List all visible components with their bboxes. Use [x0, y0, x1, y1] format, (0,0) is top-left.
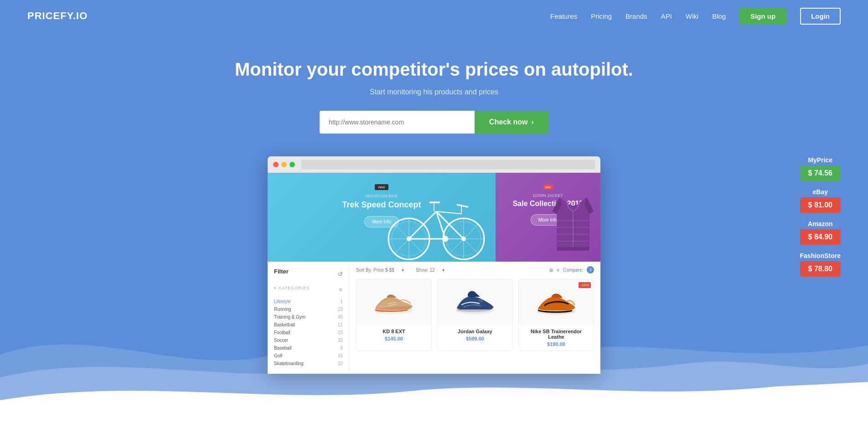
browser-dot-yellow — [281, 162, 287, 167]
fashionstore-label: FashionStore — [800, 252, 841, 259]
shoe-beige-svg — [373, 288, 414, 317]
price-amazon: Amazon $ 84.90 — [800, 220, 841, 245]
nav-pricing[interactable]: Pricing — [591, 12, 612, 20]
myprice-label: MyPrice — [800, 156, 841, 164]
product-info-jordan: Jordan Galaxy $599.00 — [438, 325, 512, 345]
filter-cat-training[interactable]: Training & Gym45 — [274, 313, 343, 321]
banner-bike: new Mountain Bike Trek Speed Concept Mor… — [268, 173, 496, 262]
filter-cat-soccer[interactable]: Soccer32 — [274, 336, 343, 344]
sort-label: Sort By: Price $-$$ — [356, 268, 394, 273]
product-image-kd8 — [356, 279, 431, 325]
nav-wiki[interactable]: Wiki — [686, 12, 698, 20]
filter-categories-list: Lifestyle1 Running23 Training & Gym45 Ba… — [274, 298, 343, 367]
nav-blog[interactable]: Blog — [712, 12, 726, 20]
svg-point-24 — [443, 236, 448, 242]
hero-headline: Monitor your competitor's prices on auto… — [9, 59, 859, 80]
check-now-button[interactable]: Check now › — [475, 111, 548, 134]
svg-rect-26 — [557, 247, 589, 250]
show-label: Show: 12 — [416, 268, 435, 273]
price-fashionstore: FashionStore $ 78.80 — [800, 252, 841, 277]
browser-dot-red — [273, 162, 279, 167]
shoe-orange-svg — [536, 288, 577, 317]
filter-cat-basketball[interactable]: Basketball11 — [274, 321, 343, 329]
brand-logo: PRICEFY.IO — [27, 10, 88, 22]
product-card-1: KD 8 EXT $145.00 — [356, 279, 432, 351]
compare-badge: 3 — [587, 266, 594, 273]
product-price-kd8: $145.00 — [360, 336, 428, 341]
filter-cat-golf[interactable]: Golf15 — [274, 352, 343, 360]
browser-banners: new Mountain Bike Trek Speed Concept Mor… — [268, 173, 600, 262]
signup-button[interactable]: Sign up — [739, 8, 786, 25]
show-icon: ▾ — [442, 268, 444, 273]
filter-cat-skateboarding[interactable]: Skateboarding22 — [274, 360, 343, 367]
products-area: Sort By: Price $-$$ ▾ Show: 12 ▾ ⊞ ≡ Com… — [350, 262, 600, 374]
browser-bar — [268, 156, 600, 173]
product-card-3: -16% — [518, 279, 594, 351]
price-myprice: MyPrice $ 74.56 — [800, 156, 841, 181]
ebay-label: eBay — [800, 188, 841, 196]
nav-brands[interactable]: Brands — [625, 12, 647, 20]
sort-icon: ▾ — [402, 268, 404, 273]
hero-subheadline: Start monitoring his products and prices — [9, 88, 859, 96]
products-grid: KD 8 EXT $145.00 — [356, 279, 594, 351]
nav-links: Features Pricing Brands API Wiki Blog Si… — [550, 8, 841, 25]
product-info-kd8: KD 8 EXT $145.00 — [356, 325, 431, 345]
shoe-blue-svg — [455, 288, 496, 317]
price-sidebar: MyPrice $ 74.56 eBay $ 81.00 Amazon $ 84… — [800, 156, 841, 277]
login-button[interactable]: Login — [800, 8, 841, 25]
filter-title: Filter — [274, 268, 289, 275]
navbar: PRICEFY.IO Features Pricing Brands API W… — [0, 0, 868, 32]
browser-url-bar — [301, 160, 595, 169]
product-price-nike: $190.00 — [522, 341, 590, 347]
product-image-jordan — [438, 279, 512, 325]
jacket-image — [550, 180, 596, 253]
amazon-label: Amazon — [800, 220, 841, 227]
bike-image — [372, 184, 496, 262]
ebay-value: $ 81.00 — [800, 197, 841, 213]
arrow-icon: › — [532, 118, 534, 126]
filter-cat-lifestyle[interactable]: Lifestyle1 — [274, 298, 343, 305]
filter-sidebar: Filter ↺ ▾ Categories ✕ Lif — [268, 262, 350, 374]
products-toolbar: Sort By: Price $-$$ ▾ Show: 12 ▾ ⊞ ≡ Com… — [356, 266, 594, 273]
nav-api[interactable]: API — [661, 12, 672, 20]
product-info-nike: Nike SB Trainerendor Leathe $190.00 — [519, 325, 594, 351]
hero-section: Monitor your competitor's prices on auto… — [0, 32, 868, 374]
product-name-nike: Nike SB Trainerendor Leathe — [522, 329, 590, 340]
svg-line-14 — [409, 212, 436, 239]
grid-view-icon[interactable]: ⊞ — [549, 268, 553, 273]
store-url-input[interactable] — [320, 111, 475, 134]
svg-point-34 — [479, 298, 483, 303]
amazon-value: $ 84.90 — [800, 229, 841, 245]
browser-dot-green — [289, 162, 295, 167]
filter-cat-running[interactable]: Running23 — [274, 305, 343, 313]
filter-section-title: ▾ Categories — [274, 286, 310, 290]
compare-label: Compare: — [563, 268, 583, 273]
fashionstore-value: $ 78.80 — [800, 261, 841, 277]
svg-line-22 — [457, 205, 468, 207]
browser-window: new Mountain Bike Trek Speed Concept Mor… — [268, 156, 600, 374]
list-view-icon[interactable]: ≡ — [557, 268, 559, 273]
filter-refresh-icon[interactable]: ↺ — [338, 271, 343, 278]
filter-cat-football[interactable]: Football15 — [274, 329, 343, 336]
product-badge-discount: -16% — [579, 282, 591, 288]
shop-listing: Filter ↺ ▾ Categories ✕ Lif — [268, 262, 600, 374]
mockup-section: new Mountain Bike Trek Speed Concept Mor… — [9, 156, 859, 374]
product-name-kd8: KD 8 EXT — [360, 329, 428, 334]
hero-input-row: Check now › — [9, 111, 859, 134]
product-card-2: Jordan Galaxy $599.00 — [437, 279, 513, 351]
product-price-jordan: $599.00 — [441, 336, 509, 341]
price-ebay: eBay $ 81.00 — [800, 188, 841, 213]
nav-features[interactable]: Features — [550, 12, 577, 20]
myprice-value: $ 74.56 — [800, 165, 841, 181]
svg-line-23 — [436, 212, 461, 214]
product-name-jordan: Jordan Galaxy — [441, 329, 509, 334]
filter-close-icon[interactable]: ✕ — [338, 287, 343, 293]
banner-jacket: sale Down Jacket Sale Collection 2015 Mo… — [496, 173, 600, 262]
filter-cat-baseball[interactable]: Baseball9 — [274, 344, 343, 352]
